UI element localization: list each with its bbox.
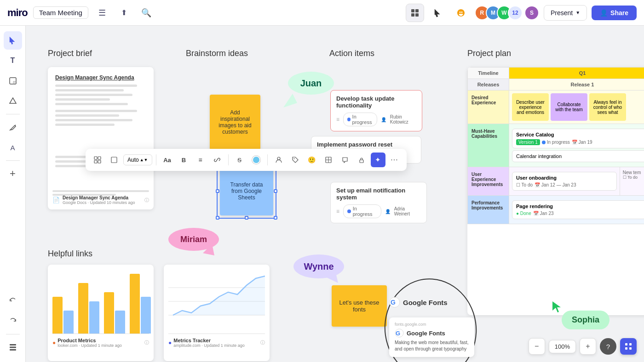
- sticky-inspirational[interactable]: Add inspirational images to aid customer…: [210, 95, 260, 150]
- select-tool-button[interactable]: [4, 31, 22, 50]
- sticky-note-tool-button[interactable]: [4, 72, 22, 90]
- selection-handle-br[interactable]: [274, 216, 277, 220]
- upload-button[interactable]: ⬆: [116, 5, 132, 21]
- metrics-tracker-chart[interactable]: ● Metrics Tracker amplitude.com · Update…: [164, 265, 270, 361]
- action-card-3[interactable]: Set up email notification system ≡ In pr…: [330, 182, 427, 223]
- user-onboarding-card[interactable]: User onboarding ☐ To do 📅 Jan 12 — Jan 2…: [512, 172, 617, 191]
- text-format-button[interactable]: A: [4, 138, 22, 157]
- link-button[interactable]: [210, 153, 224, 167]
- comment-button[interactable]: [338, 153, 352, 167]
- ux-improvements-label: User Experience Improvements: [468, 167, 509, 196]
- svg-point-16: [293, 158, 294, 159]
- desired-exp-notes: Describe user experience and emotions Co…: [509, 90, 644, 124]
- menu-button[interactable]: ☰: [94, 5, 110, 21]
- color-picker[interactable]: [249, 153, 264, 167]
- perf-content: Page rendering ● Done 📅 Jan 23: [509, 196, 644, 224]
- expand-button[interactable]: [620, 338, 637, 355]
- note-describe: Describe user experience and emotions: [512, 93, 549, 121]
- ux-content: User onboarding ☐ To do 📅 Jan 12 — Jan 2…: [509, 167, 620, 196]
- format-toolbar: Auto ▲▼ Aa B ≡ S 🙂 ✦ ···: [86, 149, 407, 171]
- doc-line: [55, 89, 124, 91]
- toolbar-divider-3: [6, 334, 20, 334]
- search-button[interactable]: 🔍: [138, 5, 155, 21]
- table-button[interactable]: [321, 153, 336, 167]
- selection-handle-bl[interactable]: [216, 216, 219, 220]
- miriam-bubble-group: Miriam: [168, 228, 219, 251]
- action-card-3-meta: ≡ In progress 👤 Adria Weinert: [336, 204, 421, 218]
- product-metrics-chart[interactable]: ● Product Metrics looker.com · Updated 1…: [48, 265, 154, 361]
- project-plan-table[interactable]: Timeline Q1 Releases Release 1 Desired E…: [467, 67, 644, 315]
- panels-button[interactable]: [4, 338, 22, 356]
- text-tool-button[interactable]: T: [4, 51, 22, 70]
- font-size-selector[interactable]: Auto ▲▼: [123, 154, 152, 165]
- miriam-arrow: [201, 244, 214, 255]
- selection-handle-ml[interactable]: [216, 189, 219, 193]
- line-chart-svg: [168, 269, 265, 329]
- google-fonts-card[interactable]: fonts.google.com G Google Fonts Making t…: [389, 317, 474, 357]
- avatar-count[interactable]: 12: [508, 6, 523, 20]
- sticky-transfer[interactable]: Transfer data from Google Sheets: [220, 167, 273, 215]
- svg-marker-23: [552, 301, 561, 312]
- svg-rect-8: [10, 349, 16, 351]
- selection-handle-bm[interactable]: [245, 216, 248, 220]
- add-button[interactable]: +: [4, 164, 22, 183]
- gfont-description: Making the web more beautiful, fast, and…: [395, 339, 469, 352]
- shape-tool-button[interactable]: [4, 92, 22, 110]
- metrics-tracker-meta: ● Metrics Tracker amplitude.com · Update…: [168, 338, 245, 348]
- svg-rect-0: [411, 9, 414, 12]
- must-have-content: Service Catalog Version 1 In progress 📅 …: [509, 124, 644, 167]
- topbar-right: R M W 12 S Present ▼ 👤 Share: [406, 4, 637, 22]
- align-button[interactable]: ≡: [193, 153, 208, 167]
- zoom-out-button[interactable]: −: [529, 338, 545, 355]
- pen-tool-button[interactable]: [4, 118, 22, 136]
- strikethrough-button[interactable]: S: [232, 153, 247, 167]
- section-brainstorm: Brainstorm ideas: [186, 49, 248, 58]
- toolbar-divider: [6, 114, 20, 114]
- doc-line: [55, 110, 137, 112]
- redo-button[interactable]: [4, 312, 22, 330]
- doc-footer-title: Design Manager Sync Agenda: [63, 195, 135, 200]
- selection-handle-mr[interactable]: [274, 189, 277, 193]
- user-onboarding-title: User onboarding: [516, 175, 613, 181]
- svg-rect-10: [98, 157, 101, 159]
- resize-icon[interactable]: [90, 153, 105, 167]
- magic-button[interactable]: ✦: [371, 153, 385, 167]
- sticky-fonts[interactable]: Let's use these fonts: [332, 285, 387, 327]
- share-button[interactable]: 👤 Share: [592, 6, 637, 20]
- svg-rect-13: [111, 157, 117, 163]
- tag-button[interactable]: [288, 153, 303, 167]
- reactions-tool-button[interactable]: [452, 4, 470, 22]
- svg-rect-33: [625, 343, 627, 345]
- present-button[interactable]: Present ▼: [544, 5, 587, 21]
- apps-grid-button[interactable]: [406, 4, 424, 22]
- doc-card[interactable]: Design Manager Sync Agenda 📄 Design Mana…: [48, 67, 154, 209]
- new-tem-cell: New tem ☐ To do: [620, 167, 644, 196]
- undo-button[interactable]: [4, 292, 22, 310]
- help-button[interactable]: ?: [600, 338, 616, 355]
- action-card-1[interactable]: Develop task update functionality ≡ In p…: [330, 90, 422, 131]
- calendar-integration-card[interactable]: Calendar integration: [512, 150, 644, 162]
- svg-rect-1: [415, 9, 419, 12]
- svg-rect-3: [415, 13, 419, 17]
- svg-marker-28: [327, 273, 338, 283]
- desired-exp-label: Desired Experience: [468, 90, 509, 124]
- board-title[interactable]: Team Meeting: [33, 6, 88, 19]
- wynne-arrow: [327, 273, 340, 283]
- assign-button[interactable]: [271, 153, 286, 167]
- more-button[interactable]: ···: [387, 153, 402, 167]
- svg-rect-36: [629, 347, 632, 350]
- canvas-area[interactable]: Project brief Design Manager Sync Agenda…: [26, 26, 644, 362]
- svg-marker-27: [173, 276, 265, 315]
- frame-icon[interactable]: [107, 153, 121, 167]
- action-card-1-status: In progress: [343, 113, 377, 126]
- service-catalog-card[interactable]: Service Catalog Version 1 In progress 📅 …: [512, 129, 644, 148]
- section-project-brief: Project brief: [48, 49, 92, 58]
- lock-button[interactable]: [354, 153, 369, 167]
- doc-line: [55, 114, 119, 117]
- bold-button[interactable]: B: [177, 153, 191, 167]
- emoji-button[interactable]: 🙂: [305, 153, 319, 167]
- cursor-tool-button[interactable]: [429, 4, 447, 22]
- zoom-in-button[interactable]: +: [580, 338, 596, 355]
- font-label[interactable]: Aa: [160, 153, 175, 167]
- page-rendering-card[interactable]: Page rendering ● Done 📅 Jan 23: [512, 200, 644, 219]
